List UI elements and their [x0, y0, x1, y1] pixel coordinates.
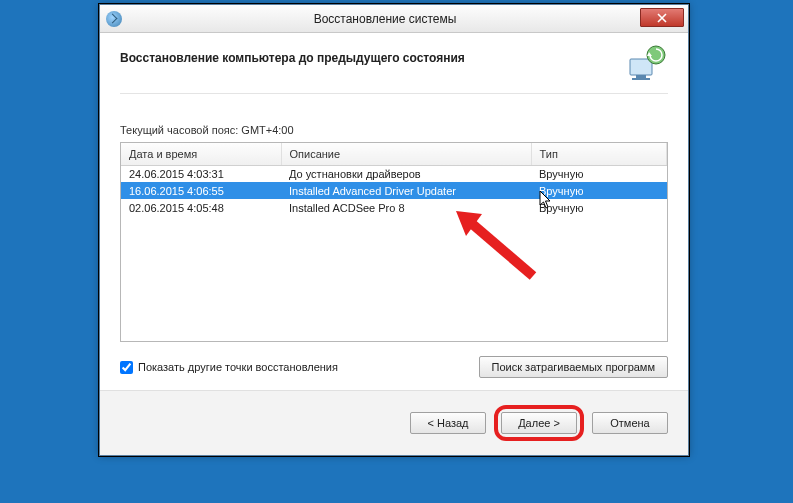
back-button[interactable]: < Назад [410, 412, 486, 434]
table-cell-date: 24.06.2015 4:03:31 [121, 165, 281, 182]
table-cell-date: 16.06.2015 4:06:55 [121, 182, 281, 199]
svg-rect-2 [632, 78, 650, 80]
table-cell-type: Вручную [531, 199, 667, 216]
close-button[interactable] [640, 8, 684, 27]
restore-icon [106, 11, 122, 27]
svg-rect-0 [630, 59, 652, 75]
timezone-label: Текущий часовой пояс: GMT+4:00 [120, 124, 668, 136]
checkbox-label: Показать другие точки восстановления [138, 361, 338, 373]
show-more-points-checkbox[interactable]: Показать другие точки восстановления [120, 361, 338, 374]
table-row[interactable]: 02.06.2015 4:05:48Installed ACDSee Pro 8… [121, 199, 667, 216]
table-row[interactable]: 16.06.2015 4:06:55Installed Advanced Dri… [121, 182, 667, 199]
table-cell-date: 02.06.2015 4:05:48 [121, 199, 281, 216]
table-cell-desc: До устнановки драйверов [281, 165, 531, 182]
column-header-description[interactable]: Описание [281, 143, 531, 165]
table-row[interactable]: 24.06.2015 4:03:31До устнановки драйверо… [121, 165, 667, 182]
table-cell-desc: Installed Advanced Driver Updater [281, 182, 531, 199]
column-header-type[interactable]: Тип [531, 143, 667, 165]
table-cell-type: Вручную [531, 182, 667, 199]
page-subtitle: Восстановление компьютера до предыдущего… [120, 45, 465, 65]
next-button-highlight: Далее > [494, 405, 584, 441]
restore-illustration-icon [622, 45, 668, 85]
svg-rect-1 [636, 75, 646, 78]
next-button[interactable]: Далее > [501, 412, 577, 434]
checkbox-input[interactable] [120, 361, 133, 374]
system-restore-dialog: Восстановление системы Восстановление ко… [99, 4, 689, 456]
restore-points-table[interactable]: Дата и время Описание Тип 24.06.2015 4:0… [120, 142, 668, 342]
dialog-footer: < Назад Далее > Отмена [100, 390, 688, 455]
table-cell-desc: Installed ACDSee Pro 8 [281, 199, 531, 216]
close-icon [657, 13, 667, 23]
window-title: Восстановление системы [122, 12, 688, 26]
titlebar: Восстановление системы [100, 5, 688, 33]
column-header-date[interactable]: Дата и время [121, 143, 281, 165]
scan-affected-button[interactable]: Поиск затрагиваемых программ [479, 356, 668, 378]
table-cell-type: Вручную [531, 165, 667, 182]
cancel-button[interactable]: Отмена [592, 412, 668, 434]
